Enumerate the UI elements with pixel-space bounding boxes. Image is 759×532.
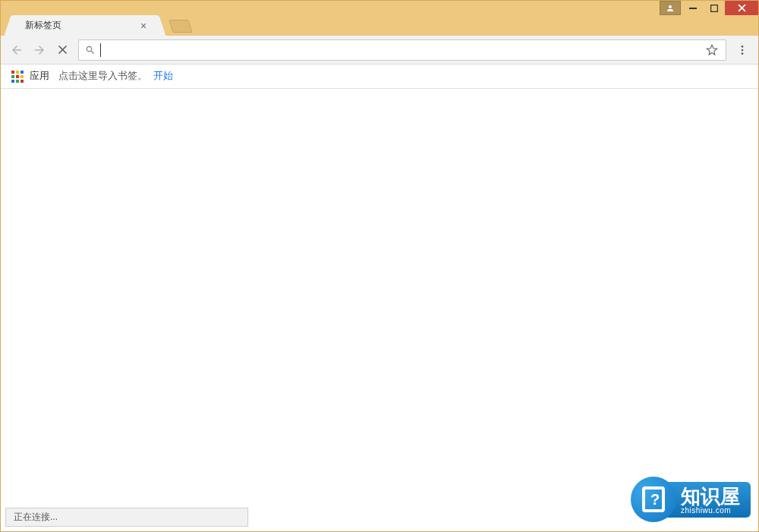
maximize-icon — [710, 5, 718, 12]
svg-point-3 — [742, 49, 744, 51]
window-controls — [660, 1, 758, 15]
stop-reload-button[interactable] — [52, 40, 72, 60]
svg-rect-1 — [711, 5, 718, 11]
import-start-link[interactable]: 开始 — [153, 70, 173, 83]
apps-label[interactable]: 应用 — [30, 70, 49, 83]
arrow-right-icon — [33, 43, 46, 57]
bookmark-star-button[interactable] — [704, 42, 720, 58]
watermark-icon — [631, 477, 676, 522]
svg-point-2 — [742, 46, 744, 48]
tab-strip: 新标签页 × — [1, 15, 758, 36]
back-button[interactable] — [7, 40, 27, 60]
bookmark-bar: 应用 点击这里导入书签。 开始 — [1, 65, 758, 89]
close-icon — [738, 4, 746, 12]
forward-button[interactable] — [30, 40, 49, 60]
apps-grid-icon[interactable] — [11, 71, 24, 83]
watermark-title: 知识屋 — [681, 486, 740, 506]
maximize-button[interactable] — [704, 1, 725, 15]
page-content — [1, 89, 758, 532]
navigation-toolbar — [1, 36, 758, 65]
minimize-icon — [689, 5, 697, 12]
person-icon — [666, 4, 675, 13]
status-bar: 正在连接... — [5, 508, 248, 527]
search-icon — [85, 45, 96, 55]
close-window-button[interactable] — [725, 1, 758, 15]
omnibox-input[interactable] — [101, 42, 704, 58]
kebab-menu-icon — [736, 44, 748, 56]
minimize-button[interactable] — [682, 1, 704, 15]
profile-button[interactable] — [660, 1, 681, 15]
import-bookmarks-hint: 点击这里导入书签。 — [58, 70, 147, 83]
svg-point-4 — [742, 52, 744, 55]
stop-icon — [57, 44, 68, 55]
star-icon — [706, 44, 718, 56]
svg-rect-0 — [689, 8, 697, 9]
tab-title: 新标签页 — [25, 19, 137, 32]
address-bar[interactable] — [78, 39, 726, 61]
window-titlebar — [1, 1, 758, 15]
arrow-left-icon — [10, 43, 24, 57]
status-text: 正在连接... — [14, 512, 58, 522]
new-tab-button[interactable] — [168, 20, 193, 33]
watermark-logo: 知识屋 zhishiwu.com — [623, 477, 751, 522]
chrome-menu-button[interactable] — [732, 40, 752, 60]
browser-tab[interactable]: 新标签页 × — [13, 15, 157, 36]
tab-close-button[interactable]: × — [137, 20, 150, 32]
